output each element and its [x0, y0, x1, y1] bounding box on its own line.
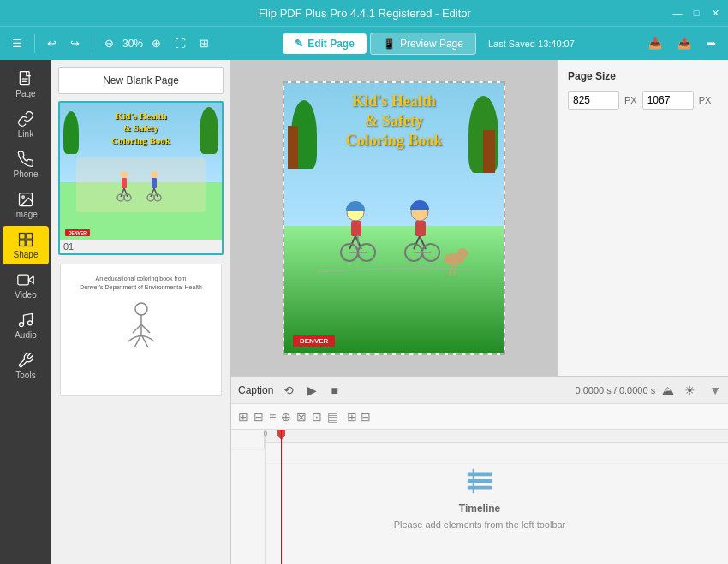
rewind-button[interactable]: ⟲ — [280, 382, 297, 399]
tl-tool-3[interactable]: ≡ — [269, 410, 276, 424]
shape-icon — [17, 231, 34, 248]
svg-rect-6 — [27, 234, 33, 240]
left-sidebar: Page Link Phone Image Shape — [0, 60, 51, 564]
grid-button[interactable]: ⊞ — [194, 33, 214, 53]
maximize-button[interactable]: □ — [690, 7, 702, 19]
svg-rect-7 — [20, 240, 26, 246]
tl-tool-4[interactable]: ⊕ — [281, 410, 291, 424]
sidebar-item-link[interactable]: Link — [3, 105, 49, 144]
preview-page-label: Preview Page — [400, 38, 463, 50]
sun-button[interactable]: ☀ — [681, 382, 699, 399]
sidebar-item-phone[interactable]: Phone — [3, 145, 49, 184]
zoom-out-button[interactable]: ⊖ — [99, 33, 119, 53]
svg-point-11 — [20, 323, 24, 327]
page-thumb-1[interactable]: Kid's Health & Safety Coloring Book — [58, 101, 224, 255]
svg-rect-42 — [415, 221, 426, 236]
svg-rect-5 — [20, 234, 26, 240]
playhead — [281, 430, 282, 564]
svg-rect-54 — [468, 485, 492, 489]
export-left-button[interactable]: 📤 — [672, 33, 696, 53]
image-label: Image — [14, 210, 38, 219]
px-label-2: PX — [699, 95, 712, 105]
page-preview-cover: Kid's Health & Safety Coloring Book — [284, 83, 504, 353]
svg-rect-53 — [468, 479, 492, 483]
timeline-empty-title: Timeline — [459, 502, 500, 514]
link-icon — [17, 110, 34, 128]
pages-panel: New Blank Page Kid's Health & Safety C — [51, 60, 231, 564]
kids-bikes-icon — [107, 168, 176, 202]
svg-line-51 — [454, 265, 456, 275]
link-label: Link — [18, 129, 33, 139]
tl-grid-2[interactable]: ⊟ — [361, 410, 371, 424]
edit-page-button[interactable]: ✎ Edit Page — [283, 33, 367, 54]
timeline-header: Caption ⟲ ▶ ■ 0.0000 s / 0.0000 s ⛰ ☀ ▼ — [231, 377, 728, 404]
track-labels — [231, 430, 266, 564]
edit-page-label: Edit Page — [307, 38, 355, 50]
undo-button[interactable]: ↩ — [42, 33, 62, 53]
phone-icon — [17, 151, 34, 168]
sidebar-item-image[interactable]: Image — [3, 186, 49, 224]
tl-tool-1[interactable]: ⊞ — [238, 410, 248, 424]
timeline-empty-icon — [463, 465, 496, 497]
tl-grid-1[interactable]: ⊞ — [347, 410, 357, 424]
sidebar-item-page[interactable]: Page — [3, 65, 49, 104]
tl-track-row — [266, 443, 728, 464]
height-input[interactable] — [642, 91, 694, 110]
page-label: Page — [15, 89, 35, 98]
page-thumb-2[interactable]: An educational coloring book from Denver… — [58, 262, 224, 398]
kids-bikes-large — [317, 199, 471, 285]
width-input[interactable] — [568, 91, 619, 110]
svg-rect-33 — [351, 221, 361, 236]
page-preview[interactable]: Kid's Health & Safety Coloring Book — [283, 81, 505, 355]
svg-rect-52 — [468, 472, 492, 476]
close-button[interactable]: ✕ — [709, 7, 721, 19]
timeline-body: 0 — [231, 430, 728, 564]
canvas-area: Kid's Health & Safety Coloring Book — [231, 60, 557, 376]
mountain-button[interactable]: ⛰ — [659, 382, 677, 399]
new-blank-page-button[interactable]: New Blank Page — [58, 67, 224, 94]
svg-point-13 — [121, 171, 128, 178]
caption-label: Caption — [238, 384, 273, 396]
time-display: 0.0000 s / 0.0000 s ⛰ ☀ — [576, 382, 700, 399]
sidebar-item-video[interactable]: Video — [3, 266, 49, 305]
tl-tool-2[interactable]: ⊟ — [254, 410, 264, 424]
minimize-button[interactable]: — — [671, 7, 683, 19]
menu-button[interactable]: ☰ — [7, 33, 27, 53]
audio-icon — [17, 312, 34, 329]
px-label-1: PX — [624, 95, 637, 105]
svg-line-50 — [450, 265, 452, 275]
tl-tool-7[interactable]: ▤ — [327, 410, 338, 424]
canvas-and-right: Kid's Health & Safety Coloring Book — [231, 60, 728, 376]
export-right-button[interactable]: ➡ — [701, 33, 721, 53]
import-button[interactable]: 📥 — [643, 33, 667, 53]
svg-point-12 — [28, 321, 33, 325]
image-icon — [17, 191, 34, 208]
svg-line-34 — [349, 236, 355, 249]
right-panel: Page Size PX PX — [557, 60, 728, 376]
play-button[interactable]: ▶ — [304, 382, 320, 399]
sidebar-item-shape[interactable]: Shape — [3, 226, 49, 264]
shape-label: Shape — [14, 250, 39, 259]
stop-button[interactable]: ■ — [327, 382, 341, 399]
page-thumb-2-inner: An educational coloring book from Denver… — [60, 264, 222, 396]
tl-tool-6[interactable]: ⊡ — [312, 410, 322, 424]
timeline-ruler: 0 — [266, 430, 728, 443]
denver-badge-thumb: DENVER — [65, 229, 90, 236]
preview-icon: 📱 — [383, 38, 396, 50]
svg-marker-9 — [28, 276, 33, 283]
page-num-1: 01 — [60, 240, 222, 253]
page2-text: An educational coloring book from Denver… — [80, 275, 202, 292]
svg-rect-14 — [122, 178, 127, 188]
timeline-toolbar: ⊞ ⊟ ≡ ⊕ ⊠ ⊡ ▤ ⊞ ⊟ — [231, 404, 728, 430]
fit-button[interactable]: ⛶ — [170, 33, 191, 53]
page-thumb-1-inner: Kid's Health & Safety Coloring Book — [60, 103, 222, 240]
svg-rect-20 — [152, 178, 157, 188]
book-cover-1: Kid's Health & Safety Coloring Book — [60, 103, 222, 240]
redo-button[interactable]: ↪ — [65, 33, 85, 53]
tl-tool-5[interactable]: ⊠ — [296, 410, 307, 424]
zoom-in-button[interactable]: ⊕ — [146, 33, 166, 53]
collapse-button[interactable]: ▼ — [709, 383, 721, 397]
preview-page-button[interactable]: 📱 Preview Page — [370, 33, 476, 55]
sidebar-item-tools[interactable]: Tools — [3, 347, 49, 385]
sidebar-item-audio[interactable]: Audio — [3, 306, 49, 345]
